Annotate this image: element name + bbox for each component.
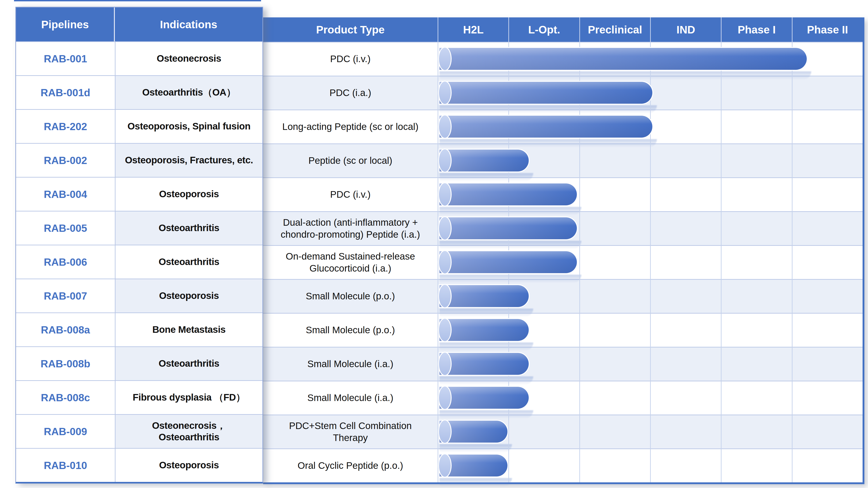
product-type-cell: PDC (i.v.) xyxy=(263,178,438,211)
column-header-phase-2: Phase II xyxy=(792,18,863,42)
pipeline-id-cell: RAB-002 xyxy=(16,144,115,177)
bar-reflection xyxy=(439,207,581,215)
bar-reflection xyxy=(439,444,512,452)
bar-reflection xyxy=(439,377,533,385)
product-type-cell: Dual-action (anti-inflammatory + chondro… xyxy=(263,212,438,245)
indication-cell: Bone Metastasis xyxy=(115,313,262,346)
table-row: On-demand Sustained-release Glucocortico… xyxy=(263,245,863,279)
progress-bar xyxy=(439,285,529,307)
column-header-h2l: H2L xyxy=(438,18,508,42)
stage-column-separator xyxy=(650,42,651,482)
indication-cell: Osteoporosis, Fractures, etc. xyxy=(115,144,262,177)
pipeline-id-cell: RAB-005 xyxy=(16,212,115,245)
right-table-header: Product Type H2L L-Opt. Preclinical IND … xyxy=(263,18,863,42)
column-header-preclinical: Preclinical xyxy=(579,18,650,42)
column-header-indications: Indications xyxy=(115,7,262,41)
table-row: RAB-006 Osteoarthritis xyxy=(16,245,262,279)
pipeline-id-cell: RAB-009 xyxy=(16,415,115,448)
bar-left-cap-icon xyxy=(438,420,452,444)
bar-left-cap-icon xyxy=(438,386,452,410)
table-row: Small Molecule (i.a.) xyxy=(263,381,863,415)
table-row: RAB-001 Osteonecrosis xyxy=(16,41,262,75)
table-row: PDC+Stem Cell Combination Therapy xyxy=(263,415,863,449)
table-row: PDC (i.v.) xyxy=(263,177,863,211)
progress-bar xyxy=(439,217,577,239)
bar-reflection xyxy=(439,343,533,351)
product-type-cell: Peptide (sc or local) xyxy=(263,144,438,177)
table-row: RAB-007 Osteoporosis xyxy=(16,279,262,313)
pipeline-id-cell: RAB-008c xyxy=(16,381,115,414)
stage-column-separator xyxy=(792,42,793,482)
progress-bar xyxy=(439,150,529,171)
indication-cell: Osteonecrosis xyxy=(115,42,262,75)
column-header-pipelines: Pipelines xyxy=(16,7,115,41)
indication-cell: Osteoporosis, Spinal fusion xyxy=(115,110,262,143)
product-type-cell: Small Molecule (p.o.) xyxy=(263,280,438,313)
bar-left-cap-icon xyxy=(438,182,452,206)
bar-left-cap-icon xyxy=(438,216,452,240)
product-type-cell: PDC+Stem Cell Combination Therapy xyxy=(263,415,438,449)
table-row: Small Molecule (i.a.) xyxy=(263,347,863,381)
bar-left-cap-icon xyxy=(438,318,452,342)
indication-cell: Osteoarthritis xyxy=(115,246,262,279)
pipeline-id-cell: RAB-001 xyxy=(16,42,115,75)
progress-bar xyxy=(439,116,652,138)
bar-reflection xyxy=(439,71,811,79)
left-table-body: RAB-001 Osteonecrosis RAB-001d Osteoarth… xyxy=(16,41,262,482)
indication-cell: Osteoporosis xyxy=(115,449,262,482)
bar-left-cap-icon xyxy=(438,250,452,274)
bar-left-cap-icon xyxy=(438,453,452,478)
progress-bar xyxy=(439,184,577,205)
pipeline-id-cell: RAB-006 xyxy=(16,246,115,279)
table-row: Small Molecule (p.o.) xyxy=(263,279,863,313)
table-row: PDC (i.v.) xyxy=(263,42,863,76)
table-row: RAB-010 Osteoporosis xyxy=(16,448,262,482)
progress-bar xyxy=(439,353,529,375)
product-type-cell: PDC (i.v.) xyxy=(263,42,438,76)
column-header-ind: IND xyxy=(650,18,721,42)
table-row: RAB-009 Osteonecrosis， Osteoarthritis xyxy=(16,414,262,448)
product-type-cell: Oral Cyclic Peptide (p.o.) xyxy=(263,449,438,482)
table-row: RAB-008b Osteoarthritis xyxy=(16,346,262,380)
indication-cell: Osteoarthritis xyxy=(115,212,262,245)
product-type-cell: Long-acting Peptide (sc or local) xyxy=(263,110,438,143)
pipeline-id-cell: RAB-001d xyxy=(16,76,115,109)
indication-cell: Fibrous dysplasia （FD） xyxy=(115,381,262,414)
bar-reflection xyxy=(439,139,657,147)
table-row: RAB-005 Osteoarthritis xyxy=(16,211,262,245)
stage-column-separator xyxy=(721,42,721,482)
product-stage-table: Product Type H2L L-Opt. Preclinical IND … xyxy=(263,18,864,484)
stage-column-separator xyxy=(579,42,580,482)
progress-bar xyxy=(439,421,507,443)
progress-bar xyxy=(439,387,529,409)
bar-reflection xyxy=(439,308,533,317)
table-row: PDC (i.a.) xyxy=(263,76,863,109)
bar-left-cap-icon xyxy=(438,284,452,308)
table-row: Peptide (sc or local) xyxy=(263,143,863,177)
bar-left-cap-icon xyxy=(438,352,452,376)
progress-bar xyxy=(439,455,507,477)
table-row: RAB-008a Bone Metastasis xyxy=(16,313,262,346)
bar-left-cap-icon xyxy=(438,47,452,71)
table-row: Oral Cyclic Peptide (p.o.) xyxy=(263,449,863,482)
product-type-cell: Small Molecule (i.a.) xyxy=(263,381,438,415)
pipeline-id-cell: RAB-202 xyxy=(16,110,115,143)
top-accent-strip xyxy=(14,0,261,1)
table-row: RAB-202 Osteoporosis, Spinal fusion xyxy=(16,109,262,143)
indication-cell: Osteonecrosis， Osteoarthritis xyxy=(115,415,262,448)
bar-reflection xyxy=(439,275,581,283)
pipeline-id-cell: RAB-008a xyxy=(16,313,115,346)
indication-cell: Osteoporosis xyxy=(115,279,262,313)
column-header-product-type: Product Type xyxy=(263,18,438,42)
column-header-phase-1: Phase I xyxy=(721,18,792,42)
table-row: RAB-004 Osteoporosis xyxy=(16,177,262,211)
product-type-cell: Small Molecule (p.o.) xyxy=(263,314,438,347)
bar-reflection xyxy=(439,241,581,249)
table-row: RAB-008c Fibrous dysplasia （FD） xyxy=(16,380,262,414)
pipeline-id-cell: RAB-008b xyxy=(16,347,115,380)
pipelines-indications-table: Pipelines Indications RAB-001 Osteonecro… xyxy=(16,7,263,484)
indication-cell: Osteoarthritis xyxy=(115,347,262,380)
table-row: Long-acting Peptide (sc or local) xyxy=(263,109,863,143)
column-header-l-opt: L-Opt. xyxy=(508,18,579,42)
product-type-cell: PDC (i.a.) xyxy=(263,76,438,109)
